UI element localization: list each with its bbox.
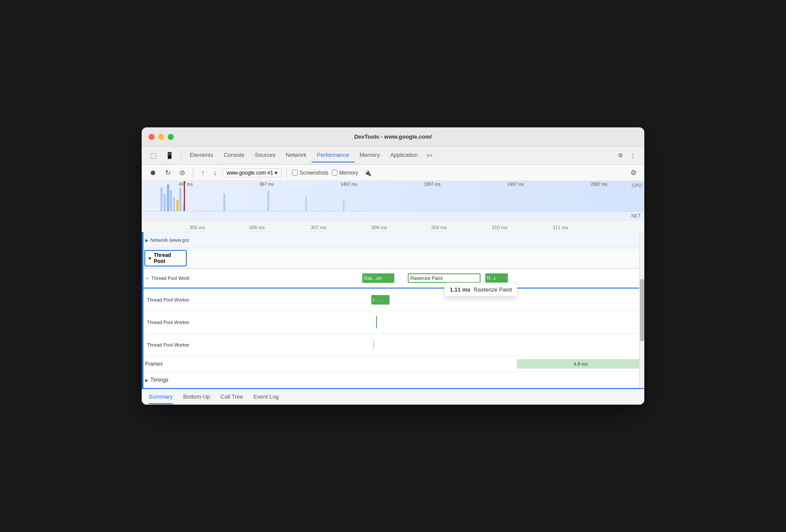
net-overview: NET	[142, 211, 644, 220]
memory-label: Memory	[339, 170, 358, 176]
worker2-track[interactable]: Thread Pool Worker 2 I...	[142, 289, 644, 311]
frames-label: Frames	[142, 359, 189, 369]
tab-event-log[interactable]: Event Log	[253, 390, 279, 404]
tab-network[interactable]: Network	[281, 148, 312, 162]
thread-pool-label-container: ▼ Thread Pool	[142, 248, 189, 268]
rasterize-t-event[interactable]: R...t	[485, 273, 508, 283]
svg-rect-3	[170, 191, 172, 211]
memory-checkbox[interactable]	[332, 170, 338, 175]
tab-sources[interactable]: Sources	[250, 148, 281, 162]
overview-timeline: CPU	[142, 181, 644, 220]
worker2-label-text: Thread Pool Worker 2	[147, 297, 189, 302]
devtools-window: DevTools - www.google.com/ ⬚ 📱 Elements …	[142, 127, 644, 405]
tab-more-button[interactable]: >>	[423, 151, 436, 160]
time-mark-6: 311 ms	[552, 225, 568, 230]
timings-content	[189, 372, 644, 388]
perf-sep1	[193, 168, 193, 178]
reload-record-button[interactable]: ↻	[162, 167, 173, 178]
timings-label-text: Timings	[150, 377, 169, 383]
net-label: NET	[631, 213, 641, 218]
worker2-label: Thread Pool Worker 2	[142, 295, 189, 304]
tab-application[interactable]: Application	[385, 148, 423, 162]
time-mark-4: 309 ms	[431, 225, 447, 230]
timings-label: ▶ Timings	[142, 375, 189, 385]
rasterize-int-event[interactable]: Ras...int	[362, 273, 394, 283]
download-button[interactable]: ↓	[211, 168, 219, 178]
more-options-button[interactable]: ⋮	[627, 150, 639, 160]
upload-button[interactable]: ↑	[198, 168, 207, 178]
tab-call-tree[interactable]: Call Tree	[221, 390, 243, 404]
perf-settings-button[interactable]: ⚙	[628, 167, 639, 178]
network-track-content	[189, 232, 644, 248]
svg-rect-8	[224, 194, 225, 211]
worker4-track[interactable]: Thread Pool Worker 4	[142, 334, 644, 356]
main-content: CPU	[142, 181, 644, 405]
tab-console[interactable]: Console	[218, 148, 250, 162]
overview-area[interactable]: CPU	[142, 181, 644, 220]
worker2-event[interactable]: I...	[371, 295, 390, 305]
screenshots-checkbox[interactable]	[292, 170, 298, 175]
frames-track[interactable]: Frames 4.8 ms	[142, 356, 644, 372]
timeline-container[interactable]: ▶ Network (www.google.com) ▼ Thread Pool	[142, 232, 644, 388]
performance-toolbar: ⏺ ↻ ⊘ ↑ ↓ www.google.com #1 ▾ Screenshot…	[142, 165, 644, 181]
network-track[interactable]: ▶ Network (www.google.com)	[142, 232, 644, 248]
worker3-label: Thread Pool Worker 3	[142, 318, 189, 327]
overview-ts-5: 2497 ms	[507, 182, 524, 187]
tab-summary[interactable]: Summary	[149, 390, 173, 404]
svg-rect-1	[164, 194, 166, 211]
close-button[interactable]	[149, 134, 155, 140]
settings-button[interactable]: ⚙	[614, 150, 627, 160]
inspect-tool-button[interactable]: ⬚	[147, 149, 160, 161]
minimize-button[interactable]	[158, 134, 164, 140]
thread-pool-header-content	[189, 250, 644, 266]
overview-ts-4: 1997 ms	[424, 182, 441, 187]
worker4-label: Thread Pool Worker 4	[142, 341, 189, 349]
maximize-button[interactable]	[168, 134, 174, 140]
worker2-content: I...	[189, 292, 644, 308]
tab-bottom-up[interactable]: Bottom-Up	[183, 390, 210, 404]
thread-pool-label[interactable]: ▼ Thread Pool	[144, 250, 187, 266]
svg-rect-0	[161, 188, 162, 211]
svg-rect-10	[305, 197, 307, 211]
svg-rect-11	[343, 200, 344, 211]
window-title: DevTools - www.google.com/	[354, 133, 432, 140]
tab-memory[interactable]: Memory	[354, 148, 385, 162]
device-toolbar-button[interactable]: 📱	[162, 150, 177, 161]
network-arrow-icon: ▶	[145, 238, 149, 243]
frames-block[interactable]: 4.8 ms	[517, 359, 644, 369]
titlebar: DevTools - www.google.com/	[142, 127, 644, 146]
toolbar-right: ⚙ ⋮	[614, 150, 639, 160]
scrollbar-thumb[interactable]	[640, 279, 644, 341]
time-mark-5: 310 ms	[492, 225, 507, 230]
thread-pool-header-track[interactable]: ▼ Thread Pool	[142, 248, 644, 269]
toolbar-separator	[181, 150, 181, 161]
profile-selector[interactable]: www.google.com #1 ▾	[223, 169, 281, 177]
rasterize-paint-event[interactable]: Rasterize Paint	[408, 273, 481, 283]
cpu-overview: CPU	[142, 181, 644, 211]
tooltip: 1.11 ms Rasterize Paint	[444, 282, 517, 297]
record-button[interactable]: ⏺	[147, 168, 159, 178]
timings-arrow-icon: ▶	[145, 378, 149, 383]
time-mark-3: 308 ms	[371, 225, 387, 230]
worker3-content	[189, 315, 644, 330]
network-throttle-icon[interactable]: 🔌	[361, 168, 374, 178]
clear-button[interactable]: ⊘	[177, 167, 188, 178]
worker4-tiny-line	[374, 340, 374, 350]
overview-ts-6: 2997 ms	[591, 182, 607, 187]
edit-icon[interactable]: ✏	[145, 276, 149, 282]
worker2-event-label: I...	[373, 297, 378, 302]
tab-elements[interactable]: Elements	[185, 148, 218, 162]
worker1-content: Ras...int Rasterize Paint R...t 1.11 ms …	[189, 270, 644, 286]
timings-track[interactable]: ▶ Timings	[142, 372, 644, 388]
worker3-thin-line	[376, 316, 377, 328]
overview-ts-1: 497 ms	[179, 182, 193, 187]
time-mark-0: 305 ms	[189, 225, 205, 230]
time-mark-2: 307 ms	[311, 225, 326, 230]
tab-performance[interactable]: Performance	[312, 148, 354, 162]
worker1-track[interactable]: ✏ Thread Pool Worker 1 Ras...int Rasteri…	[142, 269, 644, 288]
scrollbar[interactable]	[639, 232, 644, 388]
profile-name: www.google.com #1	[227, 170, 273, 176]
time-mark-1: 306 ms	[249, 225, 265, 230]
worker3-track[interactable]: Thread Pool Worker 3	[142, 311, 644, 334]
thread-pool-arrow-icon: ▼	[148, 256, 152, 261]
